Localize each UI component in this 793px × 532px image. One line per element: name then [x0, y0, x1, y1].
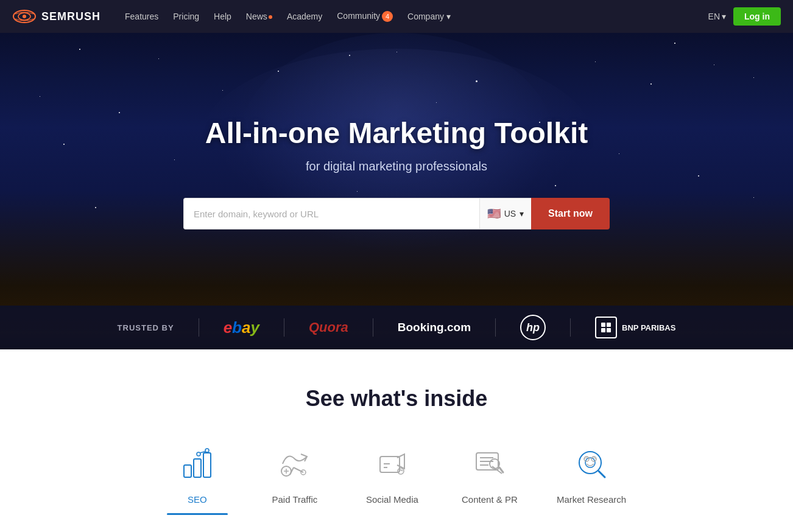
hp-logo: hp — [520, 315, 546, 340]
language-selector[interactable]: EN ▾ — [708, 12, 726, 21]
paid-traffic-icon — [273, 442, 317, 486]
search-bar: 🇺🇸 US ▾ Start now — [183, 198, 610, 229]
nav-pricing[interactable]: Pricing — [167, 8, 205, 25]
tool-paid-traffic[interactable]: Paid Traffic — [264, 442, 325, 515]
nav-news[interactable]: News — [240, 8, 278, 25]
social-media-label: Social Media — [366, 494, 418, 505]
trusted-divider-5 — [570, 318, 571, 337]
trusted-label: TRUSTED BY — [118, 323, 174, 332]
hero-content: All-in-one Marketing Toolkit for digital… — [122, 116, 671, 229]
seo-label: SEO — [188, 494, 207, 505]
trusted-divider-2 — [284, 318, 284, 337]
market-research-icon — [569, 442, 613, 486]
seo-icon — [175, 442, 219, 486]
social-media-icon — [370, 442, 414, 486]
login-button[interactable]: Log in — [733, 7, 781, 26]
inside-title: See what's inside — [12, 386, 781, 411]
news-dot — [269, 15, 272, 19]
svg-rect-6 — [607, 328, 611, 332]
trusted-divider-1 — [199, 318, 199, 337]
logo-text: SEMRUSH — [41, 10, 100, 23]
tools-grid: SEO Paid Traffic — [12, 442, 781, 515]
svg-rect-9 — [203, 453, 211, 477]
svg-rect-7 — [184, 465, 191, 477]
search-input[interactable] — [183, 198, 479, 229]
svg-rect-5 — [601, 328, 605, 332]
svg-point-11 — [205, 449, 209, 452]
nav-links: Features Pricing Help News Academy Commu… — [119, 7, 708, 26]
hero-subtitle: for digital marketing professionals — [135, 159, 658, 173]
hero-section: All-in-one Marketing Toolkit for digital… — [0, 33, 793, 349]
nav-features[interactable]: Features — [119, 8, 164, 25]
svg-point-2 — [23, 15, 26, 18]
us-flag-icon: 🇺🇸 — [487, 207, 501, 220]
chevron-down-icon: ▾ — [520, 209, 524, 219]
tool-social-media[interactable]: Social Media — [362, 442, 423, 515]
svg-rect-8 — [194, 459, 201, 477]
navbar: SEMRUSH Features Pricing Help News Acade… — [0, 0, 793, 33]
trusted-divider-4 — [495, 318, 496, 337]
paid-traffic-label: Paid Traffic — [272, 494, 318, 505]
nav-community[interactable]: Community4 — [331, 7, 399, 26]
hero-title: All-in-one Marketing Toolkit — [135, 116, 658, 150]
seo-underline — [167, 513, 228, 515]
tool-seo[interactable]: SEO — [167, 442, 228, 515]
country-selector[interactable]: 🇺🇸 US ▾ — [479, 198, 531, 229]
logo[interactable]: SEMRUSH — [12, 9, 100, 24]
trusted-by-bar: TRUSTED BY ebay Quora Booking.com hp BNP… — [0, 306, 793, 349]
navbar-right: EN ▾ Log in — [708, 7, 781, 26]
svg-rect-3 — [601, 323, 605, 327]
content-pr-icon — [468, 442, 512, 486]
booking-logo: Booking.com — [398, 321, 471, 334]
svg-point-10 — [197, 452, 200, 456]
bnp-logo: BNP PARIBAS — [595, 317, 675, 338]
trusted-divider-3 — [373, 318, 373, 337]
tool-market-research[interactable]: Market Research — [557, 442, 626, 515]
svg-point-18 — [579, 452, 601, 474]
market-research-label: Market Research — [557, 494, 626, 505]
bnp-text: BNP PARIBAS — [622, 323, 675, 332]
nav-help[interactable]: Help — [208, 8, 238, 25]
nav-company[interactable]: Company ▾ — [401, 8, 457, 25]
svg-point-15 — [398, 468, 404, 474]
tool-content-pr[interactable]: Content & PR — [459, 442, 520, 515]
quora-logo: Quora — [309, 320, 348, 335]
svg-rect-4 — [607, 323, 611, 327]
start-now-button[interactable]: Start now — [531, 198, 610, 229]
bnp-icon — [595, 317, 617, 338]
inside-section: See what's inside SEO — [0, 349, 793, 532]
community-badge: 4 — [382, 11, 393, 22]
content-pr-label: Content & PR — [462, 494, 518, 505]
ebay-logo: ebay — [224, 318, 259, 337]
nav-academy[interactable]: Academy — [281, 8, 328, 25]
